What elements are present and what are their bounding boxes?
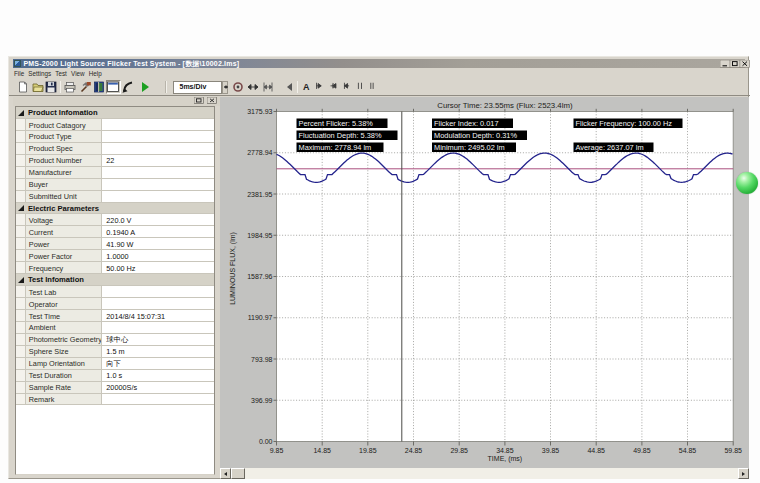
svg-text:24.85: 24.85 <box>404 446 422 453</box>
svg-text:59.85: 59.85 <box>724 446 742 453</box>
svg-text:TIME, (ms): TIME, (ms) <box>487 455 522 463</box>
svg-text:29.85: 29.85 <box>450 446 468 453</box>
svg-text:1190.97: 1190.97 <box>247 314 272 321</box>
svg-text:9.85: 9.85 <box>269 446 283 453</box>
svg-text:793.98: 793.98 <box>251 355 273 362</box>
svg-text:49.85: 49.85 <box>633 446 651 453</box>
svg-text:Cursor Time: 23.55ms (Flux: 25: Cursor Time: 23.55ms (Flux: 2523.4lm) <box>437 101 573 110</box>
svg-text:0.00: 0.00 <box>258 438 272 445</box>
svg-text:2778.94: 2778.94 <box>247 149 272 156</box>
svg-text:19.85: 19.85 <box>359 446 377 453</box>
svg-text:LUMINOUS FLUX, (lm): LUMINOUS FLUX, (lm) <box>229 232 237 305</box>
svg-text:44.85: 44.85 <box>587 446 605 453</box>
svg-text:34.85: 34.85 <box>496 446 514 453</box>
svg-text:396.99: 396.99 <box>251 396 273 403</box>
svg-text:Average: 2637.07 lm: Average: 2637.07 lm <box>575 142 643 151</box>
svg-text:Maximum: 2778.94 lm: Maximum: 2778.94 lm <box>298 142 371 151</box>
svg-text:3175.93: 3175.93 <box>247 108 272 115</box>
svg-text:54.85: 54.85 <box>678 446 696 453</box>
svg-text:Percent Flicker: 5.38%: Percent Flicker: 5.38% <box>298 118 373 127</box>
svg-text:39.85: 39.85 <box>541 446 559 453</box>
svg-text:1587.96: 1587.96 <box>247 273 272 280</box>
svg-text:Minimum: 2495.02 lm: Minimum: 2495.02 lm <box>434 142 505 151</box>
svg-text:1984.95: 1984.95 <box>247 231 272 238</box>
svg-text:2381.95: 2381.95 <box>247 190 272 197</box>
svg-text:Flicker Frequency: 100.00 Hz: Flicker Frequency: 100.00 Hz <box>575 118 672 127</box>
svg-text:14.85: 14.85 <box>313 446 331 453</box>
svg-text:Flicker Index: 0.017: Flicker Index: 0.017 <box>434 118 499 127</box>
svg-text:Fluctuation Depth: 5.38%: Fluctuation Depth: 5.38% <box>298 130 381 139</box>
svg-text:Modulation Depth: 0.31%: Modulation Depth: 0.31% <box>434 130 517 139</box>
